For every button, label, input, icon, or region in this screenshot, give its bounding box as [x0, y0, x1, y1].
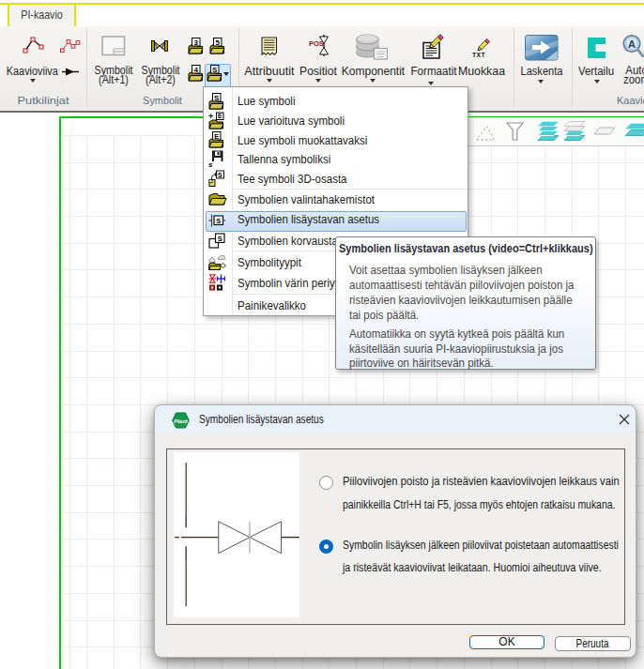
svg-text:E: E: [214, 132, 219, 141]
svg-text:5: 5: [215, 38, 220, 47]
svg-text:3: 3: [193, 38, 198, 47]
svg-text:4: 4: [193, 66, 198, 74]
svg-text:S: S: [216, 216, 221, 224]
svg-text:A: A: [628, 38, 636, 50]
svg-text:+: +: [208, 112, 213, 121]
svg-text:E: E: [218, 113, 222, 119]
svg-text:s: s: [208, 160, 213, 169]
svg-text:S: S: [214, 94, 220, 102]
svg-text:TXT: TXT: [472, 52, 485, 58]
svg-text:POS: POS: [309, 39, 324, 48]
svg-text:Plant: Plant: [174, 418, 189, 423]
svg-text:S: S: [212, 66, 218, 74]
svg-text:S: S: [218, 172, 222, 178]
svg-text:S: S: [218, 235, 222, 243]
